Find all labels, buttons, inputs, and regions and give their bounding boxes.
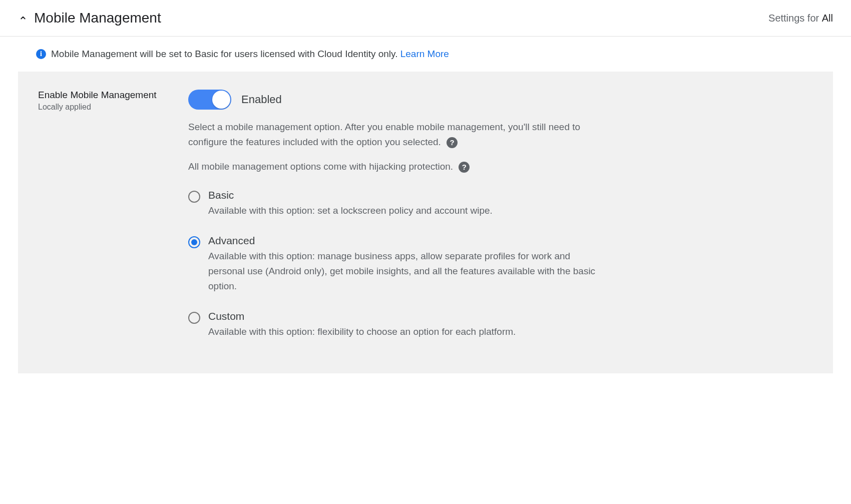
radio-description-custom: Available with this option: flexibility … [208,324,599,339]
radio-title-basic: Basic [208,189,599,201]
info-icon: i [36,49,46,59]
enable-toggle[interactable] [188,90,231,110]
section-header: Mobile Management Settings for All [0,0,851,37]
settings-scope-value: All [822,13,833,24]
setting-sublabel: Locally applied [38,103,168,112]
info-banner: i Mobile Management will be set to Basic… [0,37,851,72]
radio-description-advanced: Available with this option: manage busin… [208,249,599,294]
radio-description-basic: Available with this option: set a locksc… [208,203,599,218]
radio-custom[interactable] [188,312,200,324]
info-banner-text: Mobile Management will be set to Basic f… [51,49,400,59]
settings-scope: Settings for All [768,13,833,24]
setting-description-2: All mobile management options come with … [188,159,599,174]
collapse-toggle[interactable] [18,13,28,23]
radio-basic[interactable] [188,191,200,203]
page-title: Mobile Management [34,10,161,26]
help-icon[interactable]: ? [459,162,470,173]
toggle-state-label: Enabled [241,93,282,106]
management-option-group: Basic Available with this option: set a … [188,189,813,339]
radio-option-basic: Basic Available with this option: set a … [188,189,813,218]
radio-option-advanced: Advanced Available with this option: man… [188,235,813,294]
setting-label: Enable Mobile Management [38,90,168,101]
chevron-up-icon [19,14,28,23]
radio-advanced[interactable] [188,236,200,248]
settings-scope-prefix: Settings for [768,13,822,24]
learn-more-link[interactable]: Learn More [400,49,449,59]
radio-title-advanced: Advanced [208,235,599,247]
help-icon[interactable]: ? [447,137,458,148]
radio-option-custom: Custom Available with this option: flexi… [188,310,813,339]
radio-title-custom: Custom [208,310,599,322]
toggle-knob [212,91,230,109]
settings-panel: Enable Mobile Management Locally applied… [18,72,833,373]
setting-description-1: Select a mobile management option. After… [188,120,599,150]
